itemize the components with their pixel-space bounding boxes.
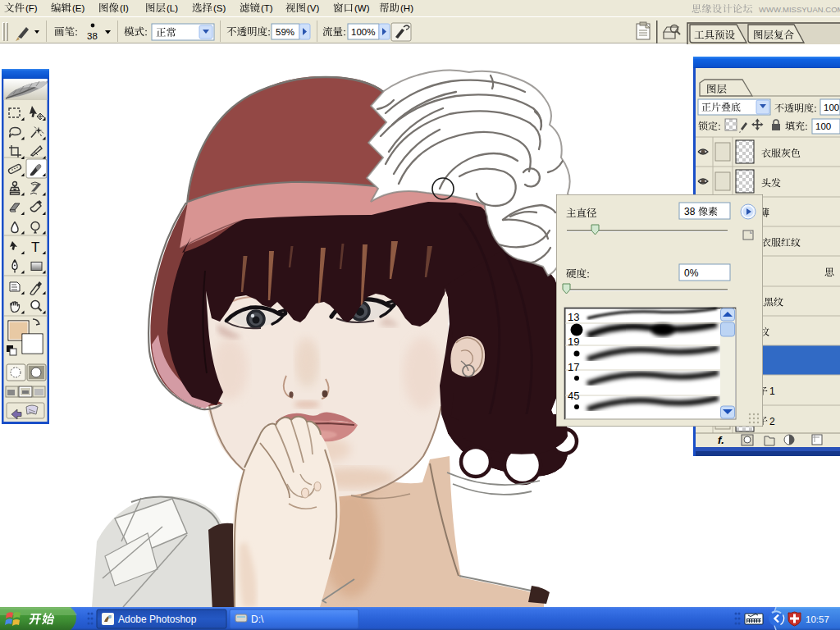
svg-text:0%: 0% [684, 267, 699, 279]
svg-text:10:57: 10:57 [806, 614, 829, 624]
svg-text:(T): (T) [261, 3, 273, 13]
svg-text:59%: 59% [276, 27, 294, 37]
svg-text:(E): (E) [72, 3, 85, 13]
svg-text:38: 38 [684, 206, 696, 217]
svg-text:(F): (F) [25, 3, 38, 13]
svg-text:100: 100 [815, 121, 831, 131]
svg-text:D:\: D:\ [251, 614, 264, 625]
svg-text:Adobe Photoshop: Adobe Photoshop [118, 614, 197, 625]
svg-text:100: 100 [824, 103, 839, 112]
svg-text:1: 1 [769, 386, 775, 397]
svg-text:45: 45 [568, 390, 579, 402]
svg-text:13: 13 [568, 311, 579, 323]
svg-text:(V): (V) [307, 3, 320, 13]
svg-text:19: 19 [568, 336, 579, 348]
svg-text:(W): (W) [354, 3, 370, 13]
svg-text:(S): (S) [213, 3, 226, 13]
svg-text:(H): (H) [400, 3, 413, 13]
svg-text:f.: f. [718, 434, 724, 446]
svg-text:(I): (I) [120, 3, 129, 13]
svg-text:T: T [31, 240, 39, 255]
svg-text:100%: 100% [351, 27, 375, 37]
svg-text:17: 17 [568, 361, 579, 373]
svg-text:38: 38 [87, 31, 98, 41]
svg-text:(L): (L) [167, 3, 178, 13]
svg-text:2: 2 [769, 416, 775, 427]
svg-text:WWW.MISSYUAN.COM: WWW.MISSYUAN.COM [759, 5, 840, 14]
